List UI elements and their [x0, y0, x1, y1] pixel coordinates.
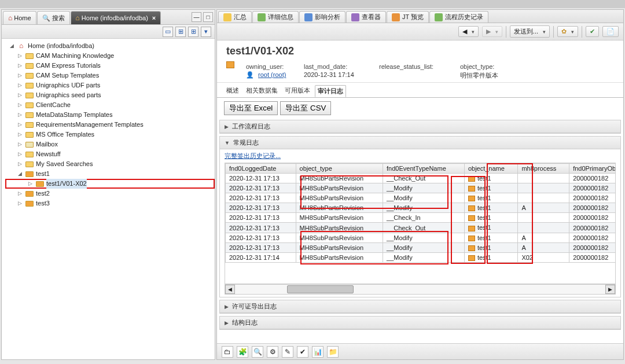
right-tab[interactable]: 汇总: [218, 11, 252, 23]
tool-icon-3[interactable]: 🔍: [252, 346, 263, 358]
tool-icon-1[interactable]: 🗀: [222, 346, 233, 358]
close-icon[interactable]: ×: [152, 14, 156, 21]
tree-item[interactable]: ▷Mailbox: [5, 139, 215, 149]
maximize-view-button[interactable]: □: [203, 12, 213, 22]
scroll-left-button[interactable]: ◀: [225, 285, 235, 294]
table-row[interactable]: 2020-12-31 17:13MH8SubPartsRevision__Che…: [226, 223, 616, 233]
tree-root[interactable]: ◢ ⌂ Home (infodba/infodba): [5, 41, 215, 51]
tool-icon-6[interactable]: ✔: [297, 346, 308, 358]
tool-icon-5[interactable]: ✎: [282, 346, 293, 358]
column-header[interactable]: fnd0PrimaryObjectID: [569, 164, 616, 174]
expand-toggle-icon[interactable]: ▷: [17, 90, 23, 100]
gear-button[interactable]: ✿: [557, 26, 578, 37]
expand-all-button[interactable]: ⊞: [188, 27, 198, 37]
expand-toggle-icon[interactable]: ▷: [17, 139, 23, 149]
minimize-view-button[interactable]: —: [192, 12, 201, 22]
right-tab[interactable]: 详细信息: [252, 11, 299, 23]
scroll-track[interactable]: [235, 285, 605, 294]
tree-item[interactable]: ▷CAM Express Tutorials: [5, 61, 215, 71]
subtab-audit[interactable]: 审计日志: [315, 85, 346, 97]
collapse-all-button[interactable]: ▭: [163, 27, 173, 37]
subtab-overview[interactable]: 概述: [224, 85, 241, 97]
navigator-tree[interactable]: ◢ ⌂ Home (infodba/infodba) ▷CAM Machinin…: [2, 39, 215, 359]
tool-icon-7[interactable]: 📊: [312, 346, 323, 358]
table-row[interactable]: 2020-12-31 17:14MH8SubPartsRevision__Mod…: [226, 252, 616, 262]
column-header[interactable]: object_name: [464, 164, 518, 174]
owning-user-link[interactable]: root (root): [258, 71, 286, 78]
scroll-thumb[interactable]: [287, 285, 354, 293]
tab-home[interactable]: ⌂ Home: [3, 11, 36, 24]
table-row[interactable]: 2020-12-31 17:13MH8SubPartsRevision__Che…: [226, 174, 616, 183]
right-tab[interactable]: 流程历史记录: [429, 11, 488, 23]
tree-menu-button[interactable]: ▾: [201, 27, 211, 37]
expand-toggle-icon[interactable]: ▷: [17, 149, 23, 159]
column-header[interactable]: mh8process: [518, 164, 569, 174]
expand-toggle-icon[interactable]: ▷: [17, 61, 23, 71]
expand-toggle-icon[interactable]: ▷: [17, 198, 23, 208]
section-header-structure[interactable]: ▶ 结构日志: [220, 317, 620, 329]
tree-item[interactable]: ▷RequirementsManagement Templates: [5, 120, 215, 130]
tree-item-test1[interactable]: ◢ test1: [5, 169, 215, 179]
table-row[interactable]: 2020-12-31 17:13MH8SubPartsRevision__Mod…: [226, 193, 616, 203]
tree-item-label: My Saved Searches: [36, 159, 93, 169]
tree-item-test1-rev[interactable]: ▷ test1/V01-X02: [5, 179, 215, 189]
full-history-link[interactable]: 完整签出历史记录...: [225, 152, 281, 159]
tree-item[interactable]: ▷ClientCache: [5, 100, 215, 110]
expand-toggle-icon[interactable]: ▷: [17, 71, 23, 80]
subtab-versions[interactable]: 可用版本: [282, 85, 312, 97]
expand-toggle-icon[interactable]: ▷: [17, 120, 23, 130]
scroll-right-button[interactable]: ▶: [605, 285, 615, 294]
tool-icon-2[interactable]: 🧩: [237, 346, 248, 358]
folder-icon: [25, 53, 34, 59]
tree-item[interactable]: ▷Unigraphics UDF parts: [5, 80, 215, 90]
right-tab[interactable]: 影响分析: [299, 11, 345, 23]
tree-item[interactable]: ▷MetaDataStamp Templates: [5, 110, 215, 120]
tree-item[interactable]: ▷Newstuff: [5, 149, 215, 159]
open-button[interactable]: 📄: [602, 26, 619, 37]
table-row[interactable]: 2020-12-31 17:13MH8SubPartsRevision__Mod…: [226, 183, 616, 193]
tab-search[interactable]: 🔍 搜索: [37, 11, 70, 24]
tree-item[interactable]: ▷CAM Setup Templates: [5, 71, 215, 80]
section-header-workflow[interactable]: ▶ 工作流程日志: [220, 120, 620, 133]
column-header[interactable]: object_type: [296, 164, 383, 174]
tree-item-test3[interactable]: ▷ test3: [5, 198, 215, 208]
nav-back-button[interactable]: ◀: [458, 26, 479, 37]
expand-toggle-icon[interactable]: ▷: [17, 159, 23, 169]
expand-button[interactable]: ⊞: [175, 27, 186, 37]
tool-icon-4[interactable]: ⚙: [267, 346, 278, 358]
expand-toggle-icon[interactable]: ▷: [17, 100, 23, 110]
send-to-button[interactable]: 发送到...: [510, 25, 550, 38]
section-header-license[interactable]: ▶ 许可证导出日志: [220, 300, 620, 313]
expand-toggle-icon[interactable]: ◢: [17, 169, 23, 179]
export-csv-button[interactable]: 导出至 CSV: [280, 101, 331, 115]
expand-toggle-icon[interactable]: ▷: [17, 130, 23, 139]
expand-toggle-icon[interactable]: ▷: [27, 179, 33, 189]
subtab-related[interactable]: 相关数据集: [244, 85, 280, 97]
prop-owning-user-val[interactable]: 👤 root (root): [246, 71, 298, 80]
tree-item[interactable]: ▷CAM Machining Knowledge: [5, 51, 215, 61]
table-row[interactable]: 2020-12-31 17:13MH8SubPartsRevision__Mod…: [226, 203, 616, 213]
tool-icon-8[interactable]: 📁: [327, 346, 339, 358]
expand-toggle-icon[interactable]: ▷: [17, 110, 23, 120]
table-row[interactable]: 2020-12-31 17:13MH8SubPartsRevision__Mod…: [226, 233, 616, 242]
right-tab[interactable]: 查看器: [346, 11, 386, 23]
tab-home-infodba[interactable]: ⌂ Home (infodba/infodba) ×: [71, 11, 161, 24]
table-row[interactable]: 2020-12-31 17:13MH8SubPartsRevision__Mod…: [226, 242, 616, 252]
column-header[interactable]: fnd0LoggedDate: [226, 164, 296, 174]
expand-toggle-icon[interactable]: ◢: [9, 41, 14, 51]
nav-fwd-button[interactable]: ▶: [482, 26, 502, 37]
table-row[interactable]: 2020-12-31 17:13MH8SubPartsRevision__Che…: [226, 213, 616, 223]
expand-toggle-icon[interactable]: ▷: [17, 80, 23, 90]
export-excel-button[interactable]: 导出至 Excel: [224, 101, 278, 115]
expand-toggle-icon[interactable]: ▷: [17, 51, 23, 61]
checkout-button[interactable]: ✔: [586, 26, 599, 37]
horizontal-scrollbar[interactable]: ◀ ▶: [225, 284, 616, 295]
tree-item[interactable]: ▷My Saved Searches: [5, 159, 215, 169]
section-header-general[interactable]: ▼ 常规日志: [220, 137, 620, 149]
expand-toggle-icon[interactable]: ▷: [17, 189, 23, 198]
tree-item-test2[interactable]: ▷ test2: [5, 189, 215, 198]
tree-item[interactable]: ▷Unigraphics seed parts: [5, 90, 215, 100]
right-tab[interactable]: JT 预览: [387, 11, 429, 23]
column-header[interactable]: fnd0EventTypeName: [383, 164, 465, 174]
tree-item[interactable]: ▷MS Office Templates: [5, 130, 215, 139]
